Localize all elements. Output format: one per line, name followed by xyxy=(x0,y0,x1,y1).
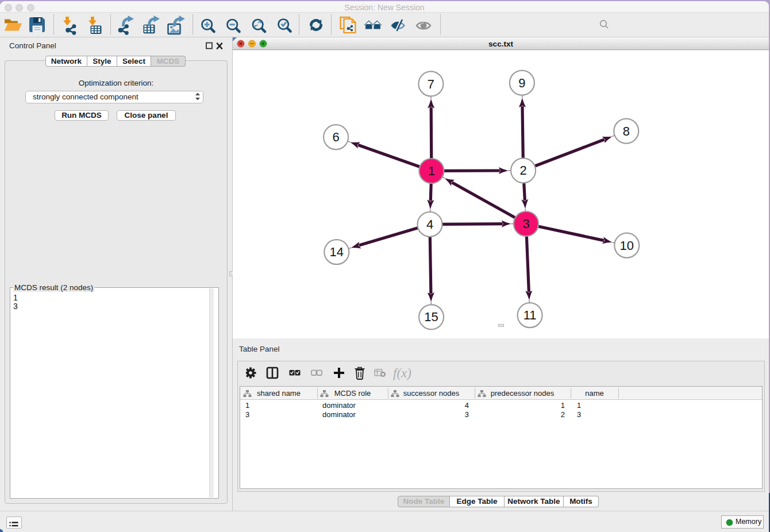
svg-text:8: 8 xyxy=(623,124,630,138)
svg-text:6: 6 xyxy=(332,130,339,144)
svg-text:10: 10 xyxy=(620,238,634,253)
svg-text:11: 11 xyxy=(523,308,537,322)
svg-text:14: 14 xyxy=(330,245,344,259)
svg-text:f(x): f(x) xyxy=(393,366,411,380)
svg-text:3: 3 xyxy=(522,217,529,231)
svg-text:7: 7 xyxy=(428,77,434,91)
svg-text:2: 2 xyxy=(519,163,526,178)
svg-text:1: 1 xyxy=(428,164,435,178)
svg-text:9: 9 xyxy=(518,76,525,90)
svg-text:15: 15 xyxy=(424,310,438,324)
svg-text:4: 4 xyxy=(426,217,433,232)
